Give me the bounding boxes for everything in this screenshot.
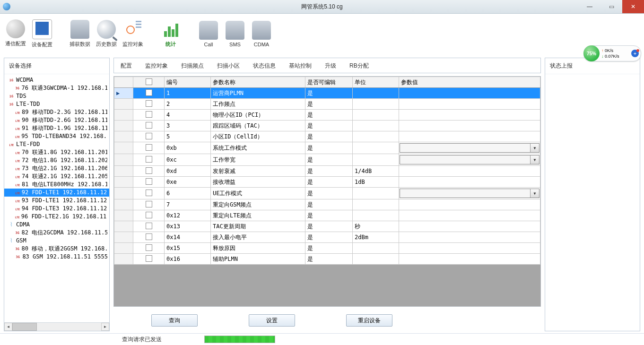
row-header[interactable] xyxy=(114,177,133,188)
table-row[interactable]: 0x13TAC更新周期是秒 xyxy=(114,221,540,232)
row-checkbox-cell[interactable] xyxy=(133,121,165,131)
capture-button[interactable]: 捕获数据 xyxy=(67,20,93,48)
tree-item[interactable]: 91 移动TDD-1.9G 192.168.11.102 xyxy=(4,124,109,132)
grid-header-editable[interactable]: 是否可编辑 xyxy=(305,77,353,88)
row-header[interactable] xyxy=(114,166,133,177)
row-header[interactable] xyxy=(114,232,133,243)
row-checkbox-cell[interactable] xyxy=(133,88,165,99)
cell-editable[interactable]: 是 xyxy=(305,110,353,121)
cell-editable[interactable]: 是 xyxy=(305,188,353,199)
tree-group[interactable]: LTE-FDD xyxy=(4,140,109,148)
call-button[interactable]: Call xyxy=(196,21,221,47)
cell-name[interactable]: 重定向LTE频点 xyxy=(211,210,305,221)
row-header[interactable] xyxy=(114,142,133,154)
cell-unit[interactable] xyxy=(353,188,399,199)
grid-header-unit[interactable]: 单位 xyxy=(353,77,399,88)
tree-item[interactable]: 92 FDD-LTE1 192.168.11.123 920 xyxy=(4,189,109,197)
cell-editable[interactable]: 是 xyxy=(305,177,353,188)
table-row[interactable]: 7重定向GSM频点是 xyxy=(114,199,540,210)
cell-value[interactable] xyxy=(399,221,540,232)
scroll-track[interactable] xyxy=(12,323,101,331)
cell-unit[interactable] xyxy=(353,254,399,265)
tab-2[interactable]: 扫描频点 xyxy=(181,62,204,70)
row-checkbox-cell[interactable] xyxy=(133,199,165,210)
scroll-left-button[interactable]: ◄ xyxy=(4,323,12,331)
row-checkbox[interactable] xyxy=(146,178,152,185)
cell-id[interactable]: 7 xyxy=(165,199,211,210)
cell-value[interactable] xyxy=(399,121,540,131)
cell-id[interactable]: 0x13 xyxy=(165,221,211,232)
row-header[interactable] xyxy=(114,99,133,110)
tab-6[interactable]: 升级 xyxy=(325,62,336,70)
cell-value[interactable]: ▼ xyxy=(399,188,540,199)
cell-id[interactable]: 1 xyxy=(165,88,211,99)
cell-editable[interactable]: 是 xyxy=(305,199,353,210)
table-row[interactable]: 0x16辅助PLMN是 xyxy=(114,254,540,265)
row-checkbox[interactable] xyxy=(146,190,152,196)
row-checkbox[interactable] xyxy=(146,223,152,229)
cell-value[interactable] xyxy=(399,99,540,110)
table-row[interactable]: 0xb系统工作模式是▼ xyxy=(114,142,540,154)
row-header[interactable] xyxy=(114,221,133,232)
row-checkbox-cell[interactable] xyxy=(133,221,165,232)
row-checkbox[interactable] xyxy=(146,244,152,251)
tree-item[interactable]: 90 移动TDD-2.6G 192.168.11.101 xyxy=(4,116,109,124)
cell-id[interactable]: 5 xyxy=(165,131,211,142)
cell-editable[interactable]: 是 xyxy=(305,210,353,221)
row-checkbox-cell[interactable] xyxy=(133,232,165,243)
row-checkbox[interactable] xyxy=(146,111,152,118)
cell-editable[interactable]: 是 xyxy=(305,88,353,99)
row-checkbox[interactable] xyxy=(146,144,152,151)
cell-name[interactable]: 工作频点 xyxy=(211,99,305,110)
cell-value[interactable] xyxy=(399,177,540,188)
row-header[interactable] xyxy=(114,254,133,265)
cell-unit[interactable]: 秒 xyxy=(353,221,399,232)
cell-id[interactable]: 0xe xyxy=(165,177,211,188)
tab-7[interactable]: RB分配 xyxy=(349,62,369,70)
tree-item[interactable]: 81 电信LTE800MHz 192.168.11.55 xyxy=(4,181,109,189)
cell-value[interactable] xyxy=(399,88,540,99)
cell-unit[interactable] xyxy=(353,88,399,99)
table-row[interactable]: 2工作频点是 xyxy=(114,99,540,110)
row-header[interactable] xyxy=(114,131,133,142)
scroll-thumb[interactable] xyxy=(12,323,37,331)
cell-id[interactable]: 0xb xyxy=(165,142,211,154)
table-row[interactable]: 0xc工作带宽是▼ xyxy=(114,154,540,166)
row-header[interactable]: ▶ xyxy=(114,88,133,99)
table-row[interactable]: 0xe接收增益是1dB xyxy=(114,177,540,188)
tree-item[interactable]: 80 移动，联通2GGSM 192.168.11.51 xyxy=(4,245,109,253)
cell-name[interactable]: 系统工作模式 xyxy=(211,142,305,154)
device-config-button[interactable]: 设备配置 xyxy=(29,19,55,48)
cell-unit[interactable] xyxy=(353,210,399,221)
table-row[interactable]: 3跟踪区域码（TAC）是 xyxy=(114,121,540,131)
row-checkbox-cell[interactable] xyxy=(133,99,165,110)
cell-id[interactable]: 4 xyxy=(165,110,211,121)
cell-unit[interactable] xyxy=(353,154,399,166)
cell-editable[interactable]: 是 xyxy=(305,121,353,131)
row-checkbox-cell[interactable] xyxy=(133,210,165,221)
tree-h-scrollbar[interactable]: ◄ ► xyxy=(4,322,109,331)
tree-group[interactable]: TDS xyxy=(4,92,109,100)
cell-value[interactable]: ▼ xyxy=(399,154,540,166)
tree-item[interactable]: 83 GSM 192.168.11.51 55554 xyxy=(4,253,109,261)
table-row[interactable]: 0x14接入最小电平是2dBm xyxy=(114,232,540,243)
param-grid[interactable]: 编号 参数名称 是否可编辑 单位 参数值 ▶1运营商PLMN是2工作频点是4物理… xyxy=(114,77,540,265)
cell-unit[interactable] xyxy=(353,131,399,142)
comm-config-button[interactable]: 通信配置 xyxy=(3,19,28,48)
tree-group[interactable]: LTE-TDD xyxy=(4,100,109,108)
row-checkbox[interactable] xyxy=(146,167,152,174)
value-combobox[interactable]: ▼ xyxy=(400,155,540,164)
row-checkbox-cell[interactable] xyxy=(133,142,165,154)
cell-unit[interactable] xyxy=(353,142,399,154)
cell-id[interactable]: 6 xyxy=(165,188,211,199)
cell-value[interactable]: ▼ xyxy=(399,142,540,154)
stats-button[interactable]: 统计 xyxy=(158,20,183,48)
cell-unit[interactable]: 2dBm xyxy=(353,232,399,243)
grid-header-name[interactable]: 参数名称 xyxy=(211,77,305,88)
tree-group[interactable]: WCDMA xyxy=(4,76,109,84)
sms-button[interactable]: SMS xyxy=(222,21,248,47)
table-row[interactable]: 0xd发射衰减是1/4dB xyxy=(114,166,540,177)
cell-value[interactable] xyxy=(399,243,540,254)
row-checkbox-cell[interactable] xyxy=(133,154,165,166)
tab-3[interactable]: 扫描小区 xyxy=(217,62,240,70)
